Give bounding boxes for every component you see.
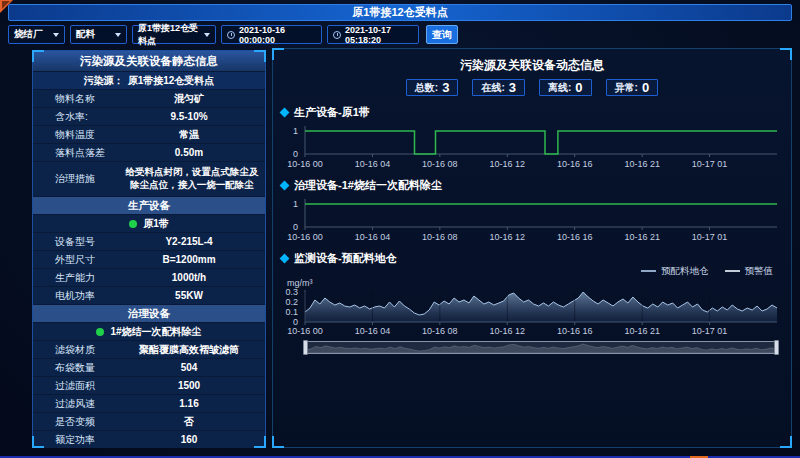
field-row: 电机功率 55KW [33,287,265,304]
chart-section-header: 监测设备-预配料地仓 [281,252,783,265]
start-datetime-value: 2021-10-16 00:00:00 [239,25,316,45]
corner-accent [272,436,284,448]
chevron-down-icon [115,33,121,37]
badge-value: 3 [442,80,449,95]
chart-section-header: 治理设备-1#烧结一次配料除尘 [281,179,783,192]
svg-text:0.3: 0.3 [285,287,298,297]
svg-text:10-16 12: 10-16 12 [490,159,526,169]
svg-text:10-16 00: 10-16 00 [287,159,323,169]
legend-item-series[interactable]: 预配料地仓 [641,265,709,278]
process-select-value: 配料 [76,28,95,41]
chart-section-title: 治理设备-1#烧结一次配料除尘 [294,178,442,193]
svg-text:1: 1 [293,199,298,209]
svg-text:10-16 12: 10-16 12 [490,232,526,242]
field-row: 物料名称 混匀矿 [33,90,265,107]
badge-offline: 离线: 0 [539,79,592,96]
clock-icon [227,31,235,39]
treatment-device-row: 1#烧结一次配料除尘 [33,323,265,340]
badge-online: 在线: 3 [472,79,525,96]
svg-text:10-16 16: 10-16 16 [557,232,593,242]
chart-section-title: 生产设备-原1带 [294,105,370,120]
pollution-source-row: 污染源： 原1带接12仓受料点 [33,72,265,89]
production-status-chart-section: 生产设备-原1带 1010-16 0010-16 0410-16 0810-16… [281,106,783,169]
badge-value: 3 [509,80,516,95]
field-row: 治理措施 给受料点封闭，设置点式除尘及除尘点位，接入一烧一配除尘 [33,162,265,196]
field-value: 9.5-10% [125,111,265,122]
svg-text:0: 0 [293,222,298,232]
svg-text:10-16 04: 10-16 04 [355,159,391,169]
process-select[interactable]: 配料 [70,25,127,44]
field-label: 落料点落差 [33,146,125,160]
svg-text:0.1: 0.1 [285,307,298,317]
toolbar: 烧结厂 配料 原1带接12仓受料点 2021-10-16 00:00:00 20… [8,25,458,44]
treatment-status-chart: 1010-16 0010-16 0410-16 0810-16 1210-16 … [281,194,785,242]
legend-line-icon [641,270,656,272]
field-value: 混匀矿 [125,92,265,106]
datazoom-preview [306,342,776,353]
field-label: 滤袋材质 [33,343,125,357]
chart-section-title: 监测设备-预配料地仓 [294,251,397,266]
field-label: 电机功率 [33,289,125,303]
datazoom-handle-left[interactable] [303,340,308,355]
badge-label: 异常: [615,81,638,95]
field-value: B=1200mm [125,254,265,265]
end-datetime-input[interactable]: 2021-10-17 05:18:20 [327,25,419,44]
svg-text:10-16 21: 10-16 21 [624,232,660,242]
device-count-badges: 总数: 3 在线: 3 离线: 0 异常: 0 [273,79,791,96]
plant-select[interactable]: 烧结厂 [8,25,65,44]
field-label: 物料温度 [33,128,125,142]
point-select[interactable]: 原1带接12仓受料点 [132,25,216,44]
field-value: 0.50m [125,147,265,158]
svg-text:1: 1 [293,126,298,136]
field-label: 额定功率 [33,433,125,447]
svg-text:10-16 08: 10-16 08 [422,326,458,336]
svg-text:10-16 08: 10-16 08 [422,232,458,242]
badge-label: 在线: [481,81,504,95]
field-row: 外型尺寸 B=1200mm [33,251,265,268]
legend-item-warning[interactable]: 预警值 [725,265,774,278]
field-label: 过滤风速 [33,397,125,411]
chart-legend: 预配料地仓 预警值 [281,265,773,277]
svg-text:10-16 08: 10-16 08 [422,159,458,169]
field-value: 常温 [125,128,265,142]
field-value: 1000t/h [125,272,265,283]
field-row: 生产能力 1000t/h [33,269,265,286]
diamond-icon [280,254,290,264]
field-label: 过滤面积 [33,379,125,393]
legend-label: 预警值 [745,265,774,278]
start-datetime-input[interactable]: 2021-10-16 00:00:00 [221,25,322,44]
diamond-icon [280,108,290,118]
dynamic-info-panel: 污染源及关联设备动态信息 总数: 3 在线: 3 离线: 0 异常: 0 生产 [272,48,792,448]
badge-value: 0 [642,80,649,95]
field-label: 是否变频 [33,415,125,429]
field-row: 过滤面积 1500 [33,377,265,394]
svg-text:0.2: 0.2 [285,297,298,307]
production-section-header: 生产设备 [33,197,265,214]
dashboard-page: 原1带接12仓受料点 烧结厂 配料 原1带接12仓受料点 2021-10-16 … [0,0,800,458]
field-label: 治理措施 [33,172,125,186]
svg-text:10-16 04: 10-16 04 [355,326,391,336]
query-button[interactable]: 查询 [426,25,458,44]
badge-label: 总数: [415,81,438,95]
field-row: 布袋数量 504 [33,359,265,376]
status-dot-online [96,328,104,336]
treatment-section-header: 治理设备 [33,305,265,322]
badge-label: 离线: [548,81,571,95]
datazoom-slider[interactable] [305,341,777,354]
field-row: 过滤风速 1.16 [33,395,265,412]
field-row: 含水率: 9.5-10% [33,108,265,125]
diamond-icon [280,181,290,191]
svg-text:10-17 01: 10-17 01 [692,159,728,169]
chevron-down-icon [204,33,210,37]
field-row: 设备型号 Y2-215L-4 [33,233,265,250]
svg-text:10-17 01: 10-17 01 [692,232,728,242]
field-label: 布袋数量 [33,361,125,375]
corner-accent [780,436,792,448]
legend-label: 预配料地仓 [661,265,709,278]
field-label: 外型尺寸 [33,253,125,267]
page-title: 原1带接12仓受料点 [352,5,447,20]
page-title-bar: 原1带接12仓受料点 [8,4,792,21]
corner-fold-accent [0,0,13,13]
datazoom-handle-right[interactable] [774,340,779,355]
field-row: 滤袋材质 聚酯覆膜高效褶皱滤筒 [33,341,265,358]
